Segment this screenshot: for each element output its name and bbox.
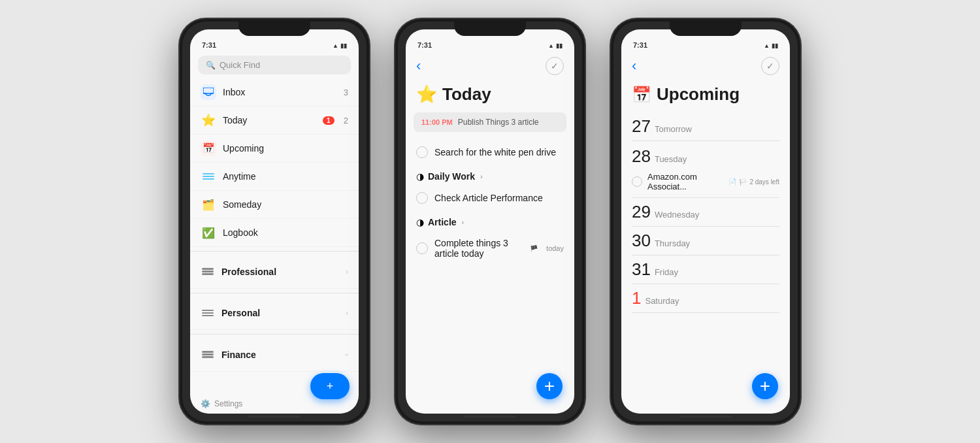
- logbook-label: Logbook: [223, 227, 348, 238]
- date-label-tuesday: Tuesday: [655, 154, 687, 164]
- finance-icon: [201, 348, 215, 362]
- section-article[interactable]: ◑ Article ›: [406, 210, 574, 231]
- personal-label: Personal: [221, 308, 339, 318]
- home-indicator-1: [248, 416, 301, 418]
- date-num-28: 28: [632, 146, 651, 167]
- task-item-1[interactable]: Search for the white pen drive: [406, 140, 574, 165]
- date-section-28: 28 Tuesday Amazon.com Associat... 📄 🏳️ 2…: [632, 141, 779, 198]
- fab-2-plus: +: [544, 376, 555, 397]
- flag-icon-amazon: 🏳️: [739, 178, 747, 186]
- search-placeholder: Quick Find: [220, 60, 260, 70]
- status-time-3: 7:31: [633, 41, 647, 49]
- home-indicator-2: [464, 416, 516, 418]
- upcoming-view-title: 📅 Upcoming: [621, 80, 790, 112]
- task-list: Search for the white pen drive ◑ Daily W…: [406, 137, 574, 414]
- finance-chevron: ›: [342, 353, 351, 356]
- task-checkbox-2[interactable]: [416, 192, 428, 204]
- wifi-icon: ▲: [333, 42, 338, 49]
- date-num-29: 29: [632, 202, 651, 222]
- task-tag-today: today: [546, 244, 564, 252]
- inbox-count: 3: [344, 88, 348, 97]
- back-button-2[interactable]: ‹: [416, 57, 421, 74]
- nav-header-2: ‹ ✓: [406, 52, 574, 80]
- fab-3[interactable]: +: [752, 373, 778, 399]
- phone-2: 7:31 ▲ ▮▮ ‹ ✓ ⭐ Today 11:00 PM: [395, 19, 585, 424]
- personal-chevron: ›: [346, 308, 348, 318]
- nav-items: Inbox 3 ⭐ Today 1 2 📅 Upcom: [190, 78, 359, 394]
- inbox-label: Inbox: [223, 87, 337, 97]
- date-label-wednesday: Wednesday: [655, 210, 699, 220]
- task-item-2[interactable]: Check Article Performance: [406, 186, 574, 210]
- search-bar[interactable]: 🔍 Quick Find: [198, 56, 351, 74]
- amazon-task-text: Amazon.com Associat...: [647, 172, 723, 191]
- daily-work-text: Daily Work: [428, 171, 475, 182]
- today-count: 2: [344, 116, 348, 125]
- date-num-27: 27: [632, 116, 651, 137]
- personal-icon: [201, 306, 215, 320]
- task-checkbox-1[interactable]: [416, 146, 428, 158]
- task-item-3[interactable]: Complete things 3 article today 🏴 today: [406, 231, 574, 265]
- finance-label: Finance: [221, 350, 339, 360]
- area-item-finance[interactable]: Finance ›: [190, 338, 359, 372]
- fab-1-plus: +: [327, 380, 334, 393]
- professional-icon: [201, 265, 215, 279]
- date-num-1: 1: [632, 288, 641, 308]
- wifi-icon-2: ▲: [548, 42, 554, 49]
- battery-icon-2: ▮▮: [556, 42, 563, 49]
- today-star-icon: ⭐: [416, 84, 437, 105]
- date-label-tomorrow: Tomorrow: [655, 124, 692, 134]
- today-view-title: ⭐ Today: [406, 80, 574, 112]
- today-title-text: Today: [442, 84, 491, 105]
- status-time-1: 7:31: [202, 41, 216, 49]
- anytime-label: Anytime: [223, 171, 348, 182]
- article-text: Article: [428, 217, 457, 227]
- date-row-31: 31 Friday: [632, 255, 779, 284]
- task-checkbox-3[interactable]: [416, 242, 428, 254]
- fab-2[interactable]: +: [536, 373, 563, 399]
- event-time: 11:00 PM: [421, 118, 453, 126]
- upcoming-task-amazon[interactable]: Amazon.com Associat... 📄 🏳️ 2 days left: [632, 169, 779, 195]
- nav-item-logbook[interactable]: ✅ Logbook: [190, 219, 359, 247]
- daily-work-chevron: ›: [480, 172, 483, 180]
- search-icon: 🔍: [206, 61, 216, 70]
- nav-item-inbox[interactable]: Inbox 3: [190, 78, 359, 107]
- wifi-icon-3: ▲: [764, 42, 770, 49]
- notch-1: [238, 22, 310, 36]
- nav-item-today[interactable]: ⭐ Today 1 2: [190, 107, 359, 135]
- article-icon: ◑: [416, 217, 424, 227]
- circle-button-2[interactable]: ✓: [546, 57, 564, 75]
- today-icon: ⭐: [201, 112, 216, 128]
- date-row-30: 30 Thursday: [632, 227, 779, 255]
- phone-3: 7:31 ▲ ▮▮ ‹ ✓ 📅 Upcoming: [611, 19, 800, 424]
- fab-3-plus: +: [760, 376, 770, 397]
- divider-3: [190, 334, 359, 335]
- task-text-3: Complete things 3 article today: [434, 238, 523, 259]
- nav-item-anytime[interactable]: Anytime: [190, 163, 359, 191]
- status-icons-1: ▲ ▮▮: [333, 42, 347, 49]
- amazon-checkbox[interactable]: [632, 176, 642, 187]
- logbook-icon: ✅: [201, 225, 216, 240]
- nav-item-upcoming[interactable]: 📅 Upcoming: [190, 135, 359, 163]
- home-indicator-3: [679, 416, 732, 418]
- settings-icon: ⚙️: [201, 399, 210, 408]
- settings-label: Settings: [214, 399, 242, 408]
- svg-rect-0: [203, 88, 214, 93]
- phone-1: 7:31 ▲ ▮▮ 🔍 Quick Find Inbox: [180, 19, 369, 424]
- date-label-thursday: Thursday: [655, 238, 690, 248]
- status-icons-3: ▲ ▮▮: [764, 42, 778, 49]
- someday-label: Someday: [223, 199, 348, 210]
- upcoming-label: Upcoming: [223, 143, 348, 154]
- event-banner: 11:00 PM Publish Things 3 article: [414, 112, 566, 132]
- amazon-task-meta: 📄 🏳️ 2 days left: [728, 178, 779, 186]
- date-label-saturday: Saturday: [645, 296, 679, 306]
- upcoming-title-text: Upcoming: [657, 84, 740, 105]
- area-item-personal[interactable]: Personal ›: [190, 297, 359, 330]
- anytime-icon: [201, 169, 216, 184]
- fab-1[interactable]: +: [310, 373, 350, 399]
- today-label: Today: [223, 115, 316, 125]
- area-item-professional[interactable]: Professional ›: [190, 255, 359, 289]
- nav-item-someday[interactable]: 🗂️ Someday: [190, 191, 359, 219]
- section-daily-work[interactable]: ◑ Daily Work ›: [406, 165, 574, 186]
- circle-button-3[interactable]: ✓: [761, 57, 779, 75]
- back-button-3[interactable]: ‹: [632, 57, 636, 74]
